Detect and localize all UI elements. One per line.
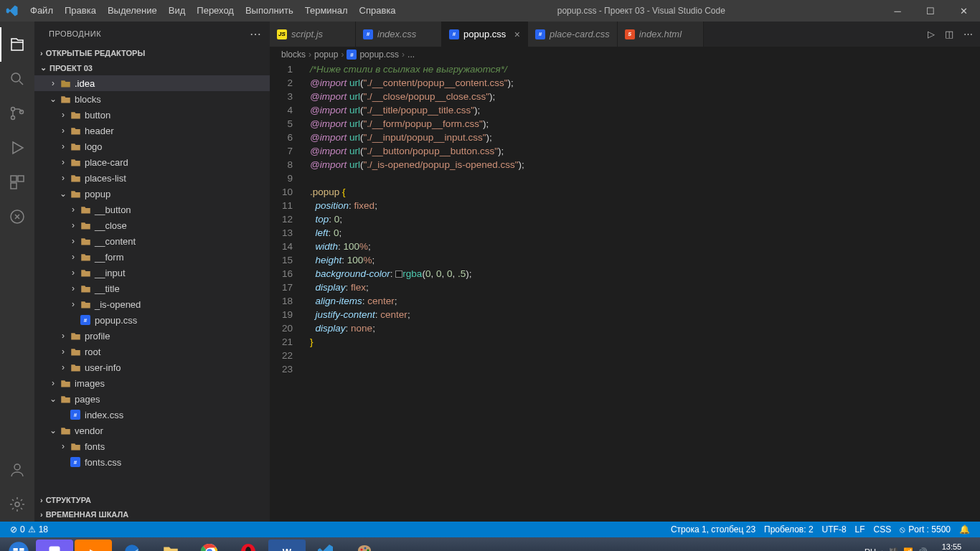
system-tray[interactable]: RU ▴ 🏴 📶 🔊 13:5521.07.2020: [864, 542, 977, 551]
tree-item[interactable]: #index.css: [34, 407, 270, 423]
more-icon[interactable]: ⋯: [963, 29, 973, 39]
problems-status[interactable]: ⊘0 ⚠18: [6, 524, 52, 534]
tree-item[interactable]: ›images: [34, 375, 270, 391]
encoding-status[interactable]: UTF-8: [818, 524, 851, 534]
tree-item[interactable]: ⌄vendor: [34, 423, 270, 438]
broadcast-icon: ⦸: [900, 524, 905, 534]
project-section[interactable]: ⌄ПРОЕКТ 03: [34, 60, 270, 75]
breadcrumbs[interactable]: blocks› popup› # popup.css› ...: [270, 47, 980, 62]
tree-item[interactable]: ›fonts: [34, 438, 270, 454]
run-icon[interactable]: ▷: [928, 29, 935, 39]
accounts-icon[interactable]: [0, 453, 34, 487]
maximize-button[interactable]: ☐: [914, 0, 947, 22]
menu-file[interactable]: Файл: [24, 0, 59, 22]
taskbar-app-explorer[interactable]: [152, 540, 189, 551]
editor-tab[interactable]: #popup.css×: [442, 22, 528, 47]
svg-rect-6: [11, 183, 17, 189]
more-icon[interactable]: ⋯: [250, 27, 262, 41]
breadcrumb-item[interactable]: ...: [407, 50, 415, 60]
menu-run[interactable]: Выполнить: [240, 0, 299, 22]
svg-point-0: [11, 73, 20, 82]
explorer-icon[interactable]: [0, 27, 34, 62]
menu-edit[interactable]: Правка: [59, 0, 102, 22]
tray-lang[interactable]: RU: [864, 547, 876, 551]
taskbar-app-viber[interactable]: [36, 540, 73, 551]
editor-tab[interactable]: 5index.html: [618, 22, 704, 47]
run-debug-icon[interactable]: [0, 131, 34, 165]
close-button[interactable]: ✕: [947, 0, 980, 22]
tray-clock[interactable]: 13:5521.07.2020: [932, 542, 971, 551]
tree-item[interactable]: #popup.css: [34, 312, 270, 328]
warning-icon: ⚠: [28, 524, 36, 534]
outline-section[interactable]: ›СТРУКТУРА: [34, 493, 270, 507]
source-control-icon[interactable]: [0, 96, 34, 131]
indentation-status[interactable]: Пробелов: 2: [760, 524, 818, 534]
tray-network-icon[interactable]: 📶: [903, 547, 913, 552]
tree-item[interactable]: ›__content: [34, 233, 270, 249]
code-editor[interactable]: 1234567891011121314151617181920212223 /*…: [270, 62, 980, 522]
taskbar-app-media[interactable]: ▶: [75, 540, 112, 551]
minimize-button[interactable]: ─: [881, 0, 914, 22]
open-editors-section[interactable]: ›ОТКРЫТЫЕ РЕДАКТОРЫ: [34, 46, 270, 60]
taskbar-app-word[interactable]: W: [268, 540, 306, 551]
tray-chevron-up-icon[interactable]: ▴: [880, 547, 885, 552]
split-editor-icon[interactable]: ◫: [945, 29, 953, 39]
svg-point-8: [14, 464, 20, 470]
tree-item[interactable]: #fonts.css: [34, 454, 270, 470]
tree-item[interactable]: ›logo: [34, 138, 270, 154]
taskbar-app-vscode[interactable]: [307, 540, 344, 551]
tree-item[interactable]: ›_is-opened: [34, 296, 270, 312]
settings-icon[interactable]: [0, 487, 34, 522]
breadcrumb-item[interactable]: popup.css: [359, 50, 399, 60]
tree-item[interactable]: ›.idea: [34, 75, 270, 91]
tree-item[interactable]: ⌄blocks: [34, 91, 270, 107]
menu-view[interactable]: Вид: [163, 0, 192, 22]
tree-item[interactable]: ›__input: [34, 265, 270, 281]
tree-item[interactable]: ›root: [34, 344, 270, 359]
eol-status[interactable]: LF: [851, 524, 870, 534]
taskbar-app-paint[interactable]: [346, 540, 383, 551]
tree-item[interactable]: ›__button: [34, 202, 270, 217]
tray-volume-icon[interactable]: 🔊: [918, 547, 928, 552]
tree-item[interactable]: ›place-card: [34, 154, 270, 170]
menu-selection[interactable]: Выделение: [102, 0, 163, 22]
taskbar-app-ie[interactable]: [113, 540, 151, 551]
tree-item[interactable]: ›__title: [34, 281, 270, 296]
tree-item[interactable]: ›button: [34, 107, 270, 123]
tree-item[interactable]: ⌄pages: [34, 391, 270, 407]
tree-item[interactable]: ›__form: [34, 249, 270, 265]
live-server-status[interactable]: ⦸Port : 5500: [895, 524, 955, 534]
menu-terminal[interactable]: Терминал: [299, 0, 354, 22]
menu-go[interactable]: Переход: [191, 0, 240, 22]
extensions-icon[interactable]: [0, 165, 34, 199]
svg-point-16: [361, 549, 363, 551]
taskbar-app-chrome[interactable]: [191, 540, 228, 551]
editor-tab[interactable]: #index.css: [356, 22, 442, 47]
cursor-position[interactable]: Строка 1, столбец 23: [666, 524, 760, 534]
breadcrumb-item[interactable]: popup: [314, 50, 338, 60]
svg-rect-4: [11, 176, 17, 182]
editor-tab[interactable]: #place-card.css: [528, 22, 618, 47]
timeline-section[interactable]: ›ВРЕМЕННАЯ ШКАЛА: [34, 507, 270, 522]
close-tab-icon[interactable]: ×: [514, 29, 520, 40]
tree-item[interactable]: ›places-list: [34, 170, 270, 186]
menu-help[interactable]: Справка: [354, 0, 402, 22]
menu-bar: Файл Правка Выделение Вид Переход Выполн…: [24, 0, 402, 22]
tree-item[interactable]: ⌄popup: [34, 186, 270, 202]
breadcrumb-item[interactable]: blocks: [281, 50, 306, 60]
language-mode[interactable]: CSS: [870, 524, 896, 534]
notifications-icon[interactable]: 🔔: [955, 524, 974, 534]
live-share-icon[interactable]: [0, 199, 34, 234]
start-button[interactable]: [3, 540, 34, 551]
taskbar-app-opera[interactable]: [230, 540, 267, 551]
search-icon[interactable]: [0, 62, 34, 96]
tree-item[interactable]: ›__close: [34, 217, 270, 233]
tree-item[interactable]: ›profile: [34, 328, 270, 344]
svg-point-9: [15, 502, 19, 507]
tray-flag-icon[interactable]: 🏴: [889, 547, 899, 552]
editor-tab[interactable]: JSscript.js: [270, 22, 356, 47]
file-tree[interactable]: ›.idea⌄blocks›button›header›logo›place-c…: [34, 75, 270, 493]
tree-item[interactable]: ›header: [34, 123, 270, 138]
tree-item[interactable]: ›user-info: [34, 359, 270, 375]
svg-point-2: [11, 116, 15, 120]
